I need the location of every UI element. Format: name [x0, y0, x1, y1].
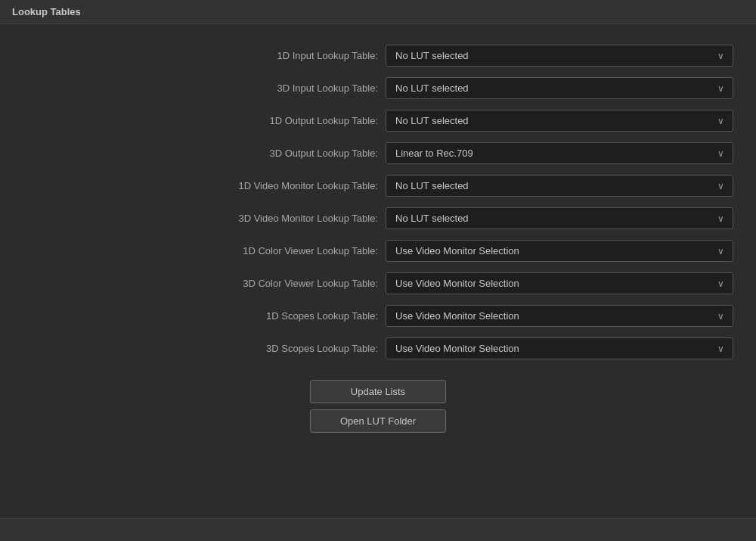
- dropdown-3d-input[interactable]: No LUT selectedUse Video Monitor Selecti…: [386, 77, 733, 99]
- dropdown-1d-input[interactable]: No LUT selectedUse Video Monitor Selecti…: [386, 45, 733, 67]
- dropdown-1d-color-viewer[interactable]: No LUT selectedUse Video Monitor Selecti…: [386, 240, 733, 262]
- dropdown-1d-output[interactable]: No LUT selectedUse Video Monitor Selecti…: [386, 110, 733, 132]
- dropdown-wrapper-1d-scopes: No LUT selectedUse Video Monitor Selecti…: [386, 305, 733, 327]
- bottom-bar: [0, 518, 756, 541]
- row-3d-color-viewer: 3D Color Viewer Lookup Table:No LUT sele…: [23, 267, 733, 300]
- dropdown-wrapper-1d-video-monitor: No LUT selectedUse Video Monitor Selecti…: [386, 175, 733, 197]
- row-1d-output: 1D Output Lookup Table:No LUT selectedUs…: [23, 104, 733, 137]
- dropdown-wrapper-1d-color-viewer: No LUT selectedUse Video Monitor Selecti…: [386, 240, 733, 262]
- dropdown-wrapper-1d-output: No LUT selectedUse Video Monitor Selecti…: [386, 110, 733, 132]
- dropdown-wrapper-3d-output: No LUT selectedLinear to Rec.709Use Vide…: [386, 142, 733, 164]
- row-1d-input: 1D Input Lookup Table:No LUT selectedUse…: [23, 39, 733, 72]
- dropdown-3d-color-viewer[interactable]: No LUT selectedUse Video Monitor Selecti…: [386, 272, 733, 294]
- row-1d-scopes: 1D Scopes Lookup Table:No LUT selectedUs…: [23, 300, 733, 332]
- row-3d-video-monitor: 3D Video Monitor Lookup Table:No LUT sel…: [23, 202, 733, 235]
- dropdown-wrapper-1d-input: No LUT selectedUse Video Monitor Selecti…: [386, 45, 733, 67]
- dropdown-1d-video-monitor[interactable]: No LUT selectedUse Video Monitor Selecti…: [386, 175, 733, 197]
- dropdown-wrapper-3d-scopes: No LUT selectedUse Video Monitor Selecti…: [386, 337, 733, 359]
- page-wrapper: Lookup Tables 1D Input Lookup Table:No L…: [0, 0, 756, 541]
- label-1d-input: 1D Input Lookup Table:: [166, 50, 378, 61]
- dropdown-1d-scopes[interactable]: No LUT selectedUse Video Monitor Selecti…: [386, 305, 733, 327]
- label-3d-scopes: 3D Scopes Lookup Table:: [166, 343, 378, 354]
- content-area: 1D Input Lookup Table:No LUT selectedUse…: [0, 24, 756, 518]
- label-1d-video-monitor: 1D Video Monitor Lookup Table:: [166, 180, 378, 191]
- rows-container: 1D Input Lookup Table:No LUT selectedUse…: [23, 39, 733, 365]
- dropdown-3d-video-monitor[interactable]: No LUT selectedUse Video Monitor Selecti…: [386, 207, 733, 229]
- dropdown-3d-scopes[interactable]: No LUT selectedUse Video Monitor Selecti…: [386, 337, 733, 359]
- label-3d-input: 3D Input Lookup Table:: [166, 82, 378, 94]
- dropdown-wrapper-3d-color-viewer: No LUT selectedUse Video Monitor Selecti…: [386, 272, 733, 294]
- buttons-area: Update ListsOpen LUT Folder: [23, 380, 733, 433]
- section-title: Lookup Tables: [12, 6, 81, 17]
- row-3d-scopes: 3D Scopes Lookup Table:No LUT selectedUs…: [23, 332, 733, 365]
- label-3d-video-monitor: 3D Video Monitor Lookup Table:: [166, 213, 378, 224]
- section-header: Lookup Tables: [0, 0, 756, 24]
- row-1d-color-viewer: 1D Color Viewer Lookup Table:No LUT sele…: [23, 235, 733, 267]
- label-1d-color-viewer: 1D Color Viewer Lookup Table:: [166, 245, 378, 257]
- label-3d-output: 3D Output Lookup Table:: [166, 148, 378, 159]
- dropdown-wrapper-3d-video-monitor: No LUT selectedUse Video Monitor Selecti…: [386, 207, 733, 229]
- label-1d-output: 1D Output Lookup Table:: [166, 115, 378, 126]
- update-lists-button[interactable]: Update Lists: [310, 380, 446, 403]
- dropdown-3d-output[interactable]: No LUT selectedLinear to Rec.709Use Vide…: [386, 142, 733, 164]
- row-3d-output: 3D Output Lookup Table:No LUT selectedLi…: [23, 137, 733, 169]
- row-1d-video-monitor: 1D Video Monitor Lookup Table:No LUT sel…: [23, 169, 733, 202]
- open-lut-folder-button[interactable]: Open LUT Folder: [310, 409, 446, 433]
- label-1d-scopes: 1D Scopes Lookup Table:: [166, 310, 378, 322]
- label-3d-color-viewer: 3D Color Viewer Lookup Table:: [166, 278, 378, 289]
- row-3d-input: 3D Input Lookup Table:No LUT selectedUse…: [23, 72, 733, 104]
- dropdown-wrapper-3d-input: No LUT selectedUse Video Monitor Selecti…: [386, 77, 733, 99]
